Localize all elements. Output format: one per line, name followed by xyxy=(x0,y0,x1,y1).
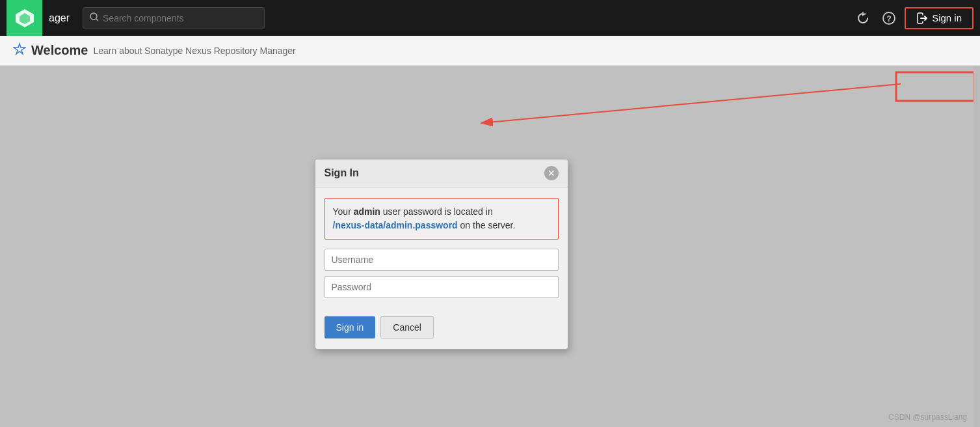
svg-text:?: ? xyxy=(886,14,891,23)
dialog-title: Sign In xyxy=(324,167,359,179)
search-icon xyxy=(90,12,99,24)
password-input[interactable] xyxy=(324,276,559,298)
dialog-actions: Sign in Cancel xyxy=(315,314,568,349)
info-box: Your admin user password is located in /… xyxy=(324,198,559,240)
scrollbar[interactable] xyxy=(973,66,980,427)
username-input[interactable] xyxy=(324,249,559,271)
info-line2: on the server. xyxy=(458,220,516,230)
signin-dialog: Sign In ✕ Your admin user password is lo… xyxy=(315,159,568,350)
info-path: /nexus-data/admin.password xyxy=(333,220,458,230)
main-content: Sign In ✕ Your admin user password is lo… xyxy=(0,66,980,427)
dialog-close-button[interactable]: ✕ xyxy=(544,166,559,180)
dialog-header: Sign In ✕ xyxy=(315,159,568,187)
info-post: user password is located in xyxy=(380,206,493,217)
dialog-cancel-button[interactable]: Cancel xyxy=(380,316,434,338)
welcome-subtitle: Learn about Sonatype Nexus Repository Ma… xyxy=(93,46,295,56)
dialog-body: Your admin user password is located in /… xyxy=(315,187,568,314)
signin-nav-button[interactable]: Sign in xyxy=(905,7,973,29)
signin-nav-label: Sign in xyxy=(932,12,962,23)
search-input[interactable] xyxy=(103,13,258,23)
watermark: CSDN @surpassLiang xyxy=(888,413,967,422)
info-pre: Your xyxy=(333,206,354,217)
svg-line-3 xyxy=(96,19,98,21)
welcome-bar: Welcome Learn about Sonatype Nexus Repos… xyxy=(0,36,980,66)
navbar: ager ? Sign in xyxy=(0,0,980,36)
modal-overlay: Sign In ✕ Your admin user password is lo… xyxy=(0,66,980,427)
welcome-title: Welcome xyxy=(31,43,88,58)
help-button[interactable]: ? xyxy=(879,8,899,29)
svg-marker-6 xyxy=(14,44,25,54)
dialog-signin-button[interactable]: Sign in xyxy=(324,316,376,338)
app-logo xyxy=(7,0,42,36)
welcome-icon xyxy=(13,42,26,59)
svg-point-2 xyxy=(90,13,97,20)
navbar-actions: ? Sign in xyxy=(853,7,973,29)
app-name: ager xyxy=(49,12,70,24)
search-bar[interactable] xyxy=(83,7,265,29)
refresh-button[interactable] xyxy=(853,8,873,29)
close-icon: ✕ xyxy=(548,169,555,178)
info-bold: admin xyxy=(354,206,380,217)
